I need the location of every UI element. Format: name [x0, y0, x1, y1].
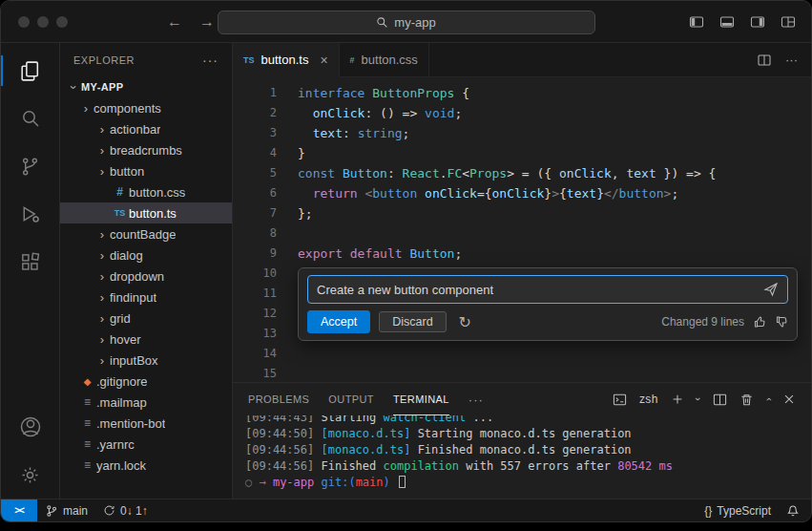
toggle-primary-sidebar-icon[interactable] — [689, 14, 704, 30]
braces-icon: {} — [704, 504, 712, 518]
tree-item-.mention-bot[interactable]: ≡ .mention-bot — [60, 413, 232, 434]
send-icon[interactable] — [763, 282, 779, 297]
terminal-profile-chevron-icon[interactable]: › — [693, 397, 704, 401]
panel-more-actions-icon[interactable]: ··· — [468, 383, 484, 415]
code-line: 15 — [233, 364, 811, 382]
accept-button[interactable]: Accept — [307, 310, 370, 333]
line-number: 3 — [233, 123, 277, 143]
discard-button[interactable]: Discard — [379, 311, 446, 332]
activity-explorer[interactable] — [1, 47, 59, 95]
bell-icon — [786, 504, 800, 518]
close-window-button[interactable] — [18, 16, 30, 28]
tab-strip: TS button.ts × # button.css — [233, 43, 429, 76]
chevron-down-icon: › — [66, 80, 81, 95]
activity-source-control[interactable] — [1, 142, 59, 190]
search-icon — [376, 16, 388, 29]
sidebar-more-actions-icon[interactable]: ··· — [202, 53, 219, 68]
language-mode-item[interactable]: {} TypeScript — [697, 499, 779, 521]
activity-settings[interactable] — [1, 451, 59, 499]
minimize-window-button[interactable] — [37, 16, 49, 28]
tree-item-hover[interactable]: › hover — [60, 329, 232, 350]
root-folder-label: MY-APP — [81, 81, 124, 93]
code-line: 3 text: string; — [233, 123, 811, 143]
code-text: export default Button; — [277, 244, 462, 264]
panel-tab-problems[interactable]: PROBLEMS — [248, 383, 309, 415]
toggle-panel-icon[interactable] — [719, 14, 735, 30]
tree-item-yarn.lock[interactable]: ≡ yarn.lock — [60, 455, 232, 476]
language-label: TypeScript — [717, 504, 771, 518]
shell-label[interactable]: zsh — [639, 393, 658, 406]
tree-item-components[interactable]: › components — [60, 97, 232, 118]
split-terminal-icon[interactable] — [713, 393, 727, 407]
branch-status-item[interactable]: main — [37, 499, 95, 521]
tree-item-dialog[interactable]: › dialog — [60, 244, 232, 266]
tree-item-button.ts[interactable]: TS button.ts — [60, 202, 232, 223]
thumbs-down-icon[interactable] — [775, 315, 788, 329]
folder-chevron-icon: › — [94, 122, 110, 137]
line-number: 4 — [233, 143, 277, 163]
tree-root-folder[interactable]: › MY-APP — [60, 76, 232, 97]
toggle-secondary-sidebar-icon[interactable] — [750, 14, 765, 30]
command-center-search[interactable]: my-app — [218, 11, 595, 34]
back-button[interactable]: ← — [167, 13, 182, 31]
thumbs-up-icon[interactable] — [753, 315, 766, 329]
code-editor[interactable]: 1 interface ButtonProps { 2 onClick: () … — [233, 77, 811, 382]
line-number: 15 — [233, 364, 277, 382]
activity-search[interactable] — [1, 95, 59, 142]
activity-run-debug[interactable] — [1, 190, 59, 238]
customize-layout-icon[interactable] — [781, 14, 796, 30]
sync-status-item[interactable]: 0↓ 1↑ — [95, 499, 156, 521]
inline-chat-input-row — [307, 275, 788, 304]
inline-chat-widget: Accept Discard ↻ Changed 9 lines — [298, 267, 798, 341]
terminal-line: [09:44:43] Starting watch-client ... — [245, 415, 811, 426]
tree-item-actionbar[interactable]: › actionbar — [60, 118, 232, 139]
tree-item-button[interactable]: › button — [60, 160, 232, 181]
new-terminal-icon[interactable] — [671, 393, 684, 406]
tree-item-dropdown[interactable]: › dropdown — [60, 266, 232, 287]
split-editor-icon[interactable] — [757, 53, 772, 68]
code-text — [277, 223, 298, 244]
folder-chevron-icon: › — [94, 332, 110, 347]
tree-item-findinput[interactable]: › findinput — [60, 287, 232, 308]
remote-indicator[interactable]: >< — [1, 499, 37, 521]
inline-chat-actions: Accept Discard ↻ Changed 9 lines — [307, 310, 788, 333]
panel-tab-terminal[interactable]: TERMINAL — [393, 383, 449, 415]
tree-item-inputBox[interactable]: › inputBox — [60, 350, 232, 371]
tree-item-button.css[interactable]: # button.css — [60, 181, 232, 202]
tree-item-grid[interactable]: › grid — [60, 308, 232, 329]
activity-account[interactable] — [1, 403, 59, 451]
tree-item-label: .gitignore — [96, 374, 147, 389]
code-line: 14 — [233, 344, 811, 364]
kill-terminal-icon[interactable] — [739, 393, 754, 407]
notifications-item[interactable] — [779, 499, 811, 521]
terminal-viewport[interactable]: [09:44:43] Starting watch-client ...[09:… — [233, 415, 811, 499]
rerun-icon[interactable]: ↻ — [459, 313, 471, 331]
tree-item-.mailmap[interactable]: ≡ .mailmap — [60, 392, 232, 413]
tree-item-.yarnrc[interactable]: ≡ .yarnrc — [60, 434, 232, 455]
folder-chevron-icon: › — [94, 353, 110, 368]
tree-item-breadcrumbs[interactable]: › breadcrumbs — [60, 139, 232, 160]
file-type-icon: ◆ — [78, 376, 96, 387]
code-text — [277, 344, 298, 364]
close-tab-icon[interactable]: × — [320, 53, 327, 68]
tab-button.ts[interactable]: TS button.ts × — [233, 43, 340, 77]
code-text — [277, 284, 298, 304]
folder-chevron-icon: › — [94, 311, 110, 326]
tab-button.css[interactable]: # button.css — [340, 43, 429, 76]
forward-button[interactable]: → — [199, 13, 215, 31]
tree-item-countBadge[interactable]: › countBadge — [60, 223, 232, 244]
tree-item-.gitignore[interactable]: ◆ .gitignore — [60, 371, 232, 392]
panel-tab-output[interactable]: OUTPUT — [328, 383, 374, 415]
code-text: const Button: React.FC<Props> = ({ onCli… — [277, 163, 716, 183]
panel-tab-label: TERMINAL — [393, 393, 449, 405]
maximize-window-button[interactable] — [56, 16, 68, 28]
inline-chat-input[interactable] — [317, 283, 756, 297]
close-panel-icon[interactable] — [782, 393, 796, 406]
file-type-icon: # — [111, 185, 129, 199]
more-actions-icon[interactable]: ··· — [785, 53, 798, 67]
activity-extensions[interactable] — [1, 238, 59, 286]
tree-item-label: countBadge — [110, 227, 176, 242]
folder-chevron-icon: › — [94, 164, 110, 179]
tree-item-label: yarn.lock — [96, 458, 146, 473]
maximize-panel-chevron-icon[interactable]: › — [762, 397, 774, 401]
